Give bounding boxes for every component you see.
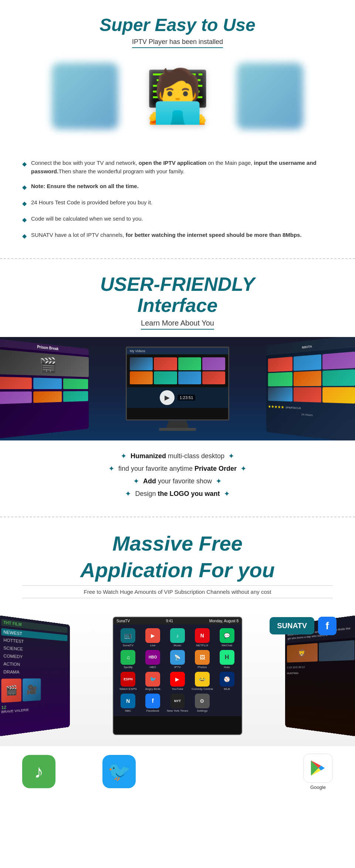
app-iptv-label: IPTV [174, 666, 181, 669]
right-thumb-8 [293, 387, 321, 402]
date-display: Monday, August 8 [209, 619, 239, 623]
massive-title-line1: Massive Free [22, 532, 333, 555]
app-live[interactable]: ▶ Live [142, 628, 164, 647]
google-play-icon [303, 753, 333, 783]
bullet-2-text: Note: Ensure the network on all the time… [31, 182, 139, 191]
diamond-icon-1: ◆ [22, 160, 27, 169]
app-music[interactable]: ♪ Music [167, 628, 189, 647]
app-facebook[interactable]: f Facebook [142, 694, 164, 712]
app-empty [216, 694, 238, 712]
app-sunatv-label: SunaTV [123, 644, 133, 647]
bullet-3-text: 24 Hours Test Code is provided before yo… [31, 198, 152, 207]
app-nbc-label: NBC [125, 709, 131, 712]
app-espn[interactable]: ESPN Watch ESPN [117, 672, 139, 691]
app-hulu[interactable]: H Hulu [216, 650, 238, 669]
right-thumb-2 [293, 354, 321, 371]
app-espn-label: Watch ESPN [119, 687, 136, 691]
top-bar: SunaTV 9:41 Monday, August 8 [114, 617, 241, 624]
app-nbc-icon: N [121, 694, 135, 708]
app-hbo-icon: HBO [145, 650, 160, 665]
section-interface: USER-FRIENDLY Interface Learn More About… [0, 259, 355, 517]
check-icon-4b: ✦ [224, 489, 230, 498]
section-easy-to-use: Super Easy to Use IPTV Player has been i… [0, 0, 355, 155]
app-nytimes[interactable]: NYT New York Times [167, 694, 189, 712]
feature-2-text: find your favorite anytime Private Order [118, 465, 237, 473]
app-nbc[interactable]: N NBC [117, 694, 139, 712]
thumb-7 [178, 371, 201, 384]
bullet-2: ◆ Note: Ensure the network on all the ti… [22, 182, 333, 192]
interface-title-line1: USER-FRIENDLY [0, 274, 355, 295]
app-hbo[interactable]: HBO HBO [142, 650, 164, 669]
video-grid [127, 354, 228, 387]
diamond-icon-2: ◆ [22, 183, 27, 192]
app-facebook-icon: f [145, 694, 160, 708]
time-badge: 1:23:51 [178, 395, 196, 401]
section-massive: Massive Free Application For you Free to… [0, 517, 355, 613]
bullet-1-text: Connect the box with your TV and network… [31, 159, 333, 176]
app-photos-icon: 🖼 [195, 650, 210, 665]
app-wechat-label: WeChat [222, 644, 232, 647]
screens-panorama: Prison Break 🎬 My Videos [0, 337, 355, 440]
feature-3-text: Add your favorite show [143, 477, 212, 485]
app-nytimes-icon: NYT [170, 694, 185, 708]
bullet-4-text: Code will be calculated when we send to … [31, 215, 143, 223]
check-icon-2: ✦ [108, 464, 115, 473]
app-settings-label: Settings [197, 709, 207, 712]
interface-title-line2: Interface [0, 295, 355, 316]
app-iptv[interactable]: 📡 IPTV [167, 650, 189, 669]
twitter-app-badge[interactable]: 🐦 [102, 755, 136, 788]
app-photos-label: Photos [197, 666, 207, 669]
screen-base [159, 428, 196, 431]
app-espn-icon: ESPN [121, 672, 135, 687]
screen-right: NIKITA ★★★★★ SPARTACUS 24 Hours [266, 337, 355, 440]
diamond-icon-3: ◆ [22, 199, 27, 208]
play-button[interactable]: ▶ [160, 390, 175, 405]
google-play-badge-wrapper[interactable]: Google [303, 753, 333, 790]
thumb-6 [154, 371, 177, 384]
thumb-2 [154, 357, 177, 370]
thumb-3 [178, 357, 201, 370]
main-subtitle: IPTV Player has been installed [132, 38, 223, 48]
app-sunatv[interactable]: 📺 SunaTV [117, 628, 139, 647]
app-mlb[interactable]: ⚾ MLB [216, 672, 238, 691]
feature-1-text: Humanized multi-class desktop [131, 452, 224, 460]
app-netflix[interactable]: N NETFLIX [191, 628, 213, 647]
thumb-5 [130, 371, 153, 384]
app-comedy-icon: 😂 [195, 672, 210, 687]
app-spotify-label: Spotify [124, 666, 132, 669]
app-settings[interactable]: ⚙ Settings [191, 694, 213, 712]
feature-3: ✦ Add your favorite show ✦ [22, 477, 333, 486]
app-photos[interactable]: 🖼 Photos [191, 650, 213, 669]
app-spotify[interactable]: ♫ Spotify [117, 650, 139, 669]
right-thumb-1 [268, 357, 293, 372]
app-live-label: Live [150, 644, 156, 647]
app-youtube[interactable]: ▶ YouTube [167, 672, 189, 691]
app-spotify-icon: ♫ [121, 650, 135, 665]
app-wechat-icon: 💬 [220, 628, 234, 643]
screen-left: Prison Break 🎬 [0, 339, 89, 439]
app-hulu-icon: H [220, 650, 234, 665]
app-comedy[interactable]: 😂 Comedy Central [191, 672, 213, 691]
app-angrybirds-icon: 🐦 [145, 672, 160, 687]
check-icon-3: ✦ [133, 477, 139, 486]
hero-blur-left [52, 63, 118, 129]
app-iptv-icon: 📡 [170, 650, 185, 665]
music-app-badge[interactable]: ♪ [22, 755, 55, 788]
bullet-4: ◆ Code will be calculated when we send t… [22, 215, 333, 224]
app-settings-icon: ⚙ [195, 694, 210, 708]
feature-4: ✦ Design the LOGO you want ✦ [22, 489, 333, 498]
app-angrybirds-label: Angry Birds [145, 687, 160, 691]
diamond-icon-5: ◆ [22, 232, 27, 241]
menu-drama[interactable]: DRAMA [1, 668, 67, 675]
diamond-icon-4: ◆ [22, 215, 27, 224]
app-angrybirds[interactable]: 🐦 Angry Birds [142, 672, 164, 691]
app-sunatv-icon: 📺 [121, 628, 135, 643]
app-wechat[interactable]: 💬 WeChat [216, 628, 238, 647]
thumb-4 [202, 357, 225, 370]
hero-character: 🧑‍💻 [145, 70, 210, 122]
check-icon-3b: ✦ [216, 477, 222, 486]
center-screen-wrapper: My Videos ▶ 1:23:51 [126, 347, 229, 431]
app-mlb-icon: ⚾ [220, 672, 234, 687]
massive-title-line2: Application For you [22, 559, 333, 582]
facebook-badge[interactable]: f [318, 617, 337, 635]
